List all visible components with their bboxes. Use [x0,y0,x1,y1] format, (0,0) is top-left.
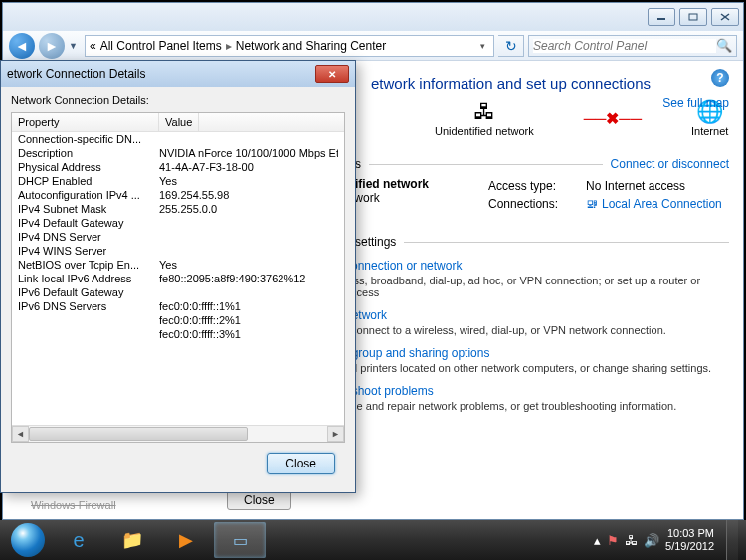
property-row[interactable]: DHCP EnabledYes [12,174,344,188]
property-row[interactable]: fec0:0:0:ffff::2%1 [12,313,344,327]
dialog-titlebar[interactable]: etwork Connection Details ✕ [1,61,355,87]
property-name: DHCP Enabled [18,175,159,187]
taskbar-network-window[interactable]: ▭ [214,522,266,558]
window-close-button[interactable] [711,8,739,26]
property-value [159,231,338,243]
breadcrumb-item-2[interactable]: Network and Sharing Center [236,39,386,53]
maximize-button[interactable] [679,8,707,26]
show-desktop-button[interactable] [726,520,738,560]
network-node-unidentified[interactable]: 🖧 Unidentified network [435,99,534,137]
clock[interactable]: 10:03 PM 5/19/2012 [665,527,714,553]
titlebar [3,3,743,31]
svg-rect-1 [689,14,697,20]
property-value: Yes [159,259,338,271]
ethernet-icon: 🖳 [586,197,598,211]
property-value: NVIDIA nForce 10/100/1000 Mbps Ether [159,147,338,159]
action-center-icon[interactable]: ⚑ [607,533,619,548]
minimize-button[interactable] [648,8,675,26]
status-close-button[interactable]: Close [227,490,291,510]
property-value: fe80::2095:a8f9:490:3762%12 [159,273,338,284]
wmp-icon: ▶ [179,529,193,551]
network-tray-icon[interactable]: 🖧 [625,533,638,548]
property-value [159,245,338,257]
scroll-right-arrow[interactable]: ► [327,426,344,442]
property-value: fec0:0:0:ffff::2%1 [159,314,338,326]
see-full-map-link[interactable]: See full map [662,96,729,110]
property-row[interactable]: NetBIOS over Tcpip En...Yes [12,258,344,272]
scroll-thumb[interactable] [29,427,248,441]
taskbar-ie[interactable]: e [53,522,104,558]
property-name: Physical Address [18,161,159,173]
taskbar-explorer[interactable]: 📁 [106,522,158,558]
property-name: IPv6 DNS Servers [18,300,159,312]
page-title: etwork information and set up connection… [371,75,729,92]
col-value[interactable]: Value [159,113,199,131]
column-headers[interactable]: Property Value [12,113,344,132]
property-name: IPv4 WINS Server [18,245,159,257]
system-tray: ▴ ⚑ 🖧 🔊 10:03 PM 5/19/2012 [594,520,742,560]
see-also-firewall[interactable]: Windows Firewall [31,499,116,511]
breadcrumb-item-1[interactable]: All Control Panel Items [100,39,222,53]
property-name: Link-local IPv6 Address [18,273,159,284]
search-icon: 🔍 [716,38,732,53]
property-row[interactable]: fec0:0:0:ffff::3%1 [12,327,344,341]
close-button[interactable]: Close [267,453,335,474]
network-type: twork [351,191,429,205]
task-troubleshoot[interactable]: eshoot problems [345,384,434,398]
property-list: Property Value Connection-specific DN...… [11,112,345,443]
property-name: Autoconfiguration IPv4 ... [18,189,159,201]
back-button[interactable]: ◄ [9,33,35,59]
property-row[interactable]: Autoconfiguration IPv4 ...169.254.55.98 [12,188,344,202]
network-icon: 🖧 [473,99,495,125]
property-row[interactable]: Physical Address41-4A-A7-F3-18-00 [12,160,344,174]
help-icon[interactable]: ? [711,69,729,87]
connection-link[interactable]: 🖳Local Area Connection [586,197,722,211]
window-icon: ▭ [233,531,248,550]
start-button[interactable] [4,522,52,558]
property-row[interactable]: IPv4 DNS Server [12,230,344,244]
breadcrumb-dropdown[interactable]: ▾ [476,41,489,51]
task-setup-connection[interactable]: connection or network [345,259,462,273]
property-value: Yes [159,175,338,187]
property-value: fec0:0:0:ffff::3%1 [159,328,338,340]
history-dropdown[interactable]: ▼ [69,41,81,51]
breadcrumb[interactable]: « All Control Panel Items ▸ Network and … [85,35,494,57]
property-row[interactable]: IPv4 Default Gateway [12,216,344,230]
horizontal-scrollbar[interactable]: ◄ ► [12,425,344,442]
property-value [159,133,338,145]
property-name [18,314,159,326]
ie-icon: e [73,529,84,552]
property-row[interactable]: DescriptionNVIDIA nForce 10/100/1000 Mbp… [12,146,344,160]
chevron-right-icon: ▸ [226,39,232,53]
dialog-label: Network Connection Details: [11,94,345,106]
col-property[interactable]: Property [12,113,159,131]
folder-icon: 📁 [121,529,143,551]
property-value: fec0:0:0:ffff::1%1 [159,300,338,312]
task-homegroup[interactable]: egroup and sharing options [345,346,489,360]
network-details-dialog: etwork Connection Details ✕ Network Conn… [0,60,356,493]
property-name: IPv4 Subnet Mask [18,203,159,215]
nav-toolbar: ◄ ► ▼ « All Control Panel Items ▸ Networ… [3,31,743,61]
property-value [159,217,338,229]
property-row[interactable]: IPv6 Default Gateway [12,285,344,299]
search-input[interactable] [533,39,716,53]
search-box[interactable]: 🔍 [528,35,737,57]
property-value: 169.254.55.98 [159,189,338,201]
breadcrumb-overflow[interactable]: « [90,39,96,53]
property-row[interactable]: Link-local IPv6 Addressfe80::2095:a8f9:4… [12,272,344,285]
property-row[interactable]: IPv6 DNS Serversfec0:0:0:ffff::1%1 [12,299,344,313]
refresh-button[interactable]: ↻ [498,35,524,57]
volume-icon[interactable]: 🔊 [644,533,659,548]
dialog-close-button[interactable]: ✕ [315,65,349,83]
taskbar-media-player[interactable]: ▶ [160,522,212,558]
scroll-left-arrow[interactable]: ◄ [12,426,29,442]
property-row[interactable]: Connection-specific DN... [12,132,344,146]
tray-up-icon[interactable]: ▴ [594,533,601,548]
connect-disconnect-link[interactable]: Connect or disconnect [611,157,729,171]
property-value: 255.255.0.0 [159,203,338,215]
property-name: IPv4 Default Gateway [18,217,159,229]
forward-button[interactable]: ► [39,33,65,59]
property-name: NetBIOS over Tcpip En... [18,259,159,271]
property-row[interactable]: IPv4 WINS Server [12,244,344,258]
property-row[interactable]: IPv4 Subnet Mask255.255.0.0 [12,202,344,216]
